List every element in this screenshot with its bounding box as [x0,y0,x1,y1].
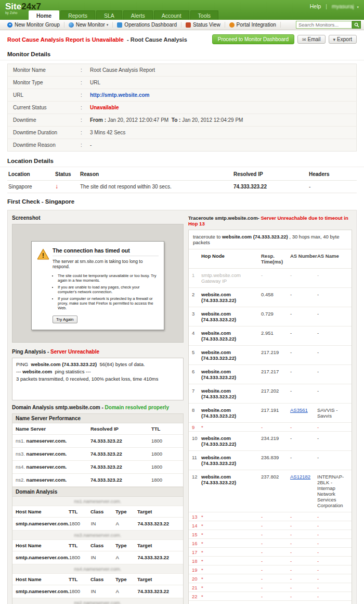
hop-node: website.com (74.333.323.22) [201,349,261,361]
new-monitor-group-button[interactable]: + New Monitor Group [3,22,64,28]
ping-line: 3 packets transmitted, 0 received, 100% … [16,375,179,383]
dialog-bullet: The site could be temporarily unavailabl… [58,273,159,283]
traceroute-row: 18 * - - - [189,557,352,565]
hop-as-number[interactable]: AS12182 [290,474,317,480]
traceroute-row: 15 * - - - [189,530,352,539]
ping-line: PING website.com (74.333.323.22) 56(84) … [16,361,179,368]
hop-as-number: - [290,424,317,430]
location-name: Singapore [8,184,55,190]
header-divider: | [326,3,327,9]
traceroute-row: 17 * - - - [189,548,352,557]
hop-number: 10 [192,435,201,441]
logo-text: Site [5,2,21,11]
portal-icon [229,22,235,28]
downtime-value: From : Jan 20, 2012 12:00:47 PM To : Jan… [90,117,243,123]
traceroute-row: 10 website.com (74.333.323.22) 234.219 -… [189,432,352,451]
hop-number: 3 [192,311,201,317]
hop-resp-time: 217.217 [261,369,290,374]
nav-tab[interactable]: SLA [96,10,122,20]
monitor-globe-icon [69,22,74,28]
export-icon: ▾ [333,37,336,42]
record-type: A [116,521,138,526]
hop-as-number: - [290,272,317,278]
operations-dashboard-button[interactable]: Operations Dashboard [113,22,181,28]
add-circle-icon: + [7,22,12,28]
hop-as-number: - [290,514,317,520]
new-monitor-button[interactable]: New Monitor ▾ [64,22,113,28]
hop-resp-time: - [261,514,290,520]
user-menu[interactable]: myasuraj ▾ [332,3,359,9]
email-button[interactable]: ✉Email [297,35,326,44]
hop-as-number: - [290,540,317,546]
hop-node: website.com (74.333.323.22) [201,292,261,303]
ttl: 1800 [69,521,91,526]
traceroute-row: 14 * - - - [189,521,352,530]
chevron-down-icon: ▾ [107,23,109,27]
traceroute-heading: Traceroute smtp.website.com- Server Unre… [188,215,352,227]
hop-as-number[interactable]: AS3561 [290,407,317,413]
traceroute-row: 4 website.com (74.333.323.22) 2.951 - - [189,326,352,346]
hop-as-name: - [317,567,348,573]
hop-as-name: - [317,549,348,555]
status-view-button[interactable]: Status View [181,22,225,28]
dialog-server-line: The server at sm.site.com is taking too … [53,259,159,269]
hop-resp-time: - [261,594,290,599]
email-label: Email [308,36,321,42]
portal-integration-button[interactable]: Portal Integration [225,22,281,28]
hop-node: website.com (74.333.323.22) [201,474,261,485]
nav-tab[interactable]: Reports [60,10,95,20]
hop-as-name: - [317,576,348,582]
traceroute-command-line: traceroute to website.com (74.333.323.22… [189,230,352,249]
dialog-body: The connection has timed out The server … [53,247,159,323]
hop-as-number: - [290,549,317,555]
hop-as-number: - [290,558,317,564]
name-server: ns4. nameserver.com. [16,464,90,470]
monitor-url-link[interactable]: http://smtp.website.com [90,92,149,98]
resolved-ip: 74.333.323.22 [90,451,151,457]
dns-group-header: Host NameTTLClassTypeTarget [12,540,183,551]
search-input[interactable] [296,21,352,29]
col-resp-time: Resp. Time(ms) [261,253,290,265]
nav-tab[interactable]: Home [29,10,59,20]
try-again-button[interactable]: Try Again [53,316,77,323]
hop-node: * [201,576,261,582]
hop-as-name: - [317,514,348,520]
ping-status: Server Unreachable [50,349,99,355]
hop-node: website.com (74.333.323.22) [201,330,261,342]
col-resolved-ip: Resolved IP [90,426,151,432]
hop-as-number: - [290,330,317,336]
record-target: 74.333.323.22 [137,555,180,560]
hop-resp-time: - [261,424,290,430]
monitor-details-panel: Monitor Name : Root Cause Analysis Repor… [7,64,357,152]
page-title: - Root Cause Analysis [124,36,187,43]
hop-as-number: - [290,455,317,460]
resolved-ip: 74.333.323.22 [90,464,151,470]
nav-tab[interactable]: Alerts [123,10,153,20]
host-name: smtp.nameserver.com. [16,588,69,594]
downtime-reason-value: - [90,142,92,148]
hop-node: smtp.website.com Gateway IP [201,272,261,284]
hop-as-number: - [290,292,317,297]
dialog-bullet: If your computer or network is protected… [58,296,159,310]
col-as-number: AS Number [290,253,317,265]
username: myasuraj [332,3,354,9]
export-button[interactable]: ▾Export [329,35,357,44]
nsp-row: ns1. nameserver.com. 74.333.323.22 1800 [12,435,183,448]
downtime-reason-row: Downtime Reason : - [8,139,356,151]
hop-resp-time: - [261,602,290,604]
ping-analysis-heading: Ping Analysis - Server Unreachable [12,349,184,355]
nav-tab[interactable]: Account [154,10,189,20]
hop-node: website.com (74.333.323.22) [201,369,261,380]
hop-number: 7 [192,388,201,394]
hop-node: website.com (74.333.323.22) [201,455,261,466]
report-unavailable-title: Root Cause Analysis Report is Unavailabl… [7,36,124,43]
name-server: ns2. nameserver.com. [16,477,90,483]
location-table-header: Location Status Reason Resolved IP Heade… [7,168,357,181]
nav-tab[interactable]: Tools [190,10,219,20]
proceed-to-dashboard-button[interactable]: Proceed to Monitor Dashboard [212,34,294,44]
hop-number: 23 [192,602,201,604]
search-button[interactable] [352,21,361,29]
help-link[interactable]: Help [310,3,321,9]
hop-as-number: - [290,532,317,537]
hop-number: 12 [192,474,201,480]
